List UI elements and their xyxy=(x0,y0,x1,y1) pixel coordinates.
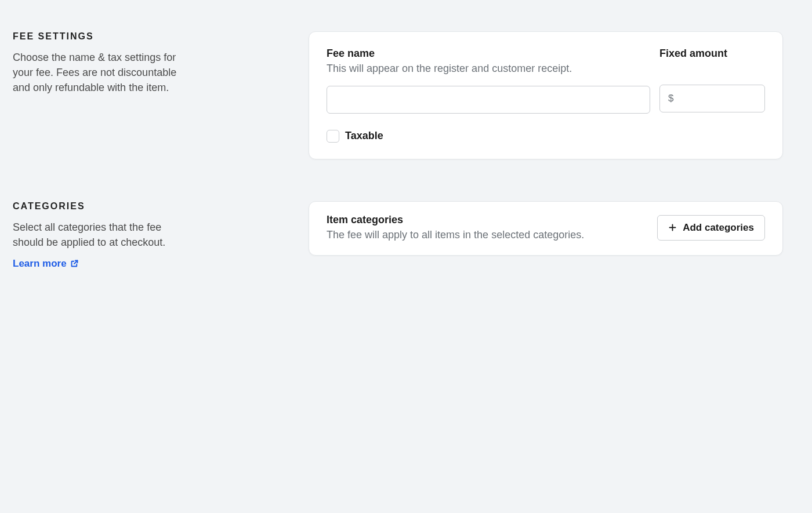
fee-name-input[interactable] xyxy=(327,86,650,114)
fixed-amount-field: Fixed amount xyxy=(659,47,765,112)
item-categories-label: Item categories xyxy=(327,213,657,227)
taxable-row: Taxable xyxy=(327,130,765,143)
categories-section: CATEGORIES Select all categories that th… xyxy=(13,201,783,270)
fee-fields-row: Fee name This will appear on the registe… xyxy=(327,47,765,114)
categories-card-inner: Item categories The fee will apply to al… xyxy=(327,213,765,243)
external-link-icon xyxy=(70,259,79,268)
learn-more-label: Learn more xyxy=(13,258,67,270)
fee-settings-description: Choose the name & tax settings for your … xyxy=(13,50,187,95)
fixed-amount-label: Fixed amount xyxy=(659,47,765,60)
categories-description: Select all categories that the fee shoul… xyxy=(13,220,187,250)
learn-more-link[interactable]: Learn more xyxy=(13,258,79,270)
taxable-label: Taxable xyxy=(345,130,383,142)
fee-name-label: Fee name xyxy=(327,47,650,60)
plus-icon xyxy=(668,223,677,232)
fee-name-sublabel: This will appear on the register and cus… xyxy=(327,61,650,76)
fee-settings-section: FEE SETTINGS Choose the name & tax setti… xyxy=(13,31,783,159)
fixed-amount-input[interactable] xyxy=(659,85,765,112)
categories-title: CATEGORIES xyxy=(13,201,274,212)
add-categories-button[interactable]: Add categories xyxy=(657,215,765,241)
item-categories-sublabel: The fee will apply to all items in the s… xyxy=(327,228,657,242)
taxable-checkbox[interactable] xyxy=(327,130,339,143)
add-categories-label: Add categories xyxy=(683,222,754,234)
categories-sidebar: CATEGORIES Select all categories that th… xyxy=(13,201,309,270)
fee-settings-card: Fee name This will appear on the registe… xyxy=(309,31,783,159)
fee-settings-sidebar: FEE SETTINGS Choose the name & tax setti… xyxy=(13,31,309,95)
item-categories-text: Item categories The fee will apply to al… xyxy=(327,213,657,243)
fee-name-field: Fee name This will appear on the registe… xyxy=(327,47,650,114)
fee-settings-title: FEE SETTINGS xyxy=(13,31,274,42)
categories-card: Item categories The fee will apply to al… xyxy=(309,201,783,256)
